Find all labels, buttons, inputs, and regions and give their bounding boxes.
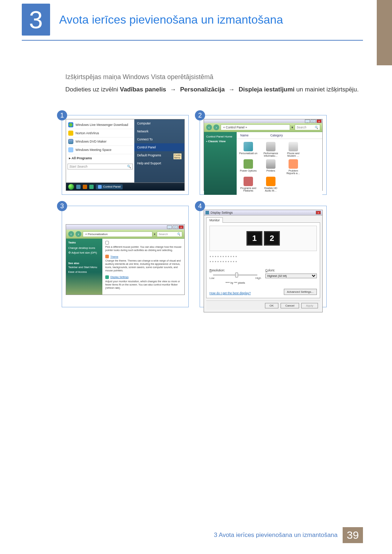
cancel-button[interactable]: Cancel [281, 303, 299, 308]
colors-label: Colors: [265, 268, 317, 272]
arrow-icon: → [168, 86, 179, 93]
maximize-button[interactable]: □ [311, 119, 316, 123]
ease-of-access-link[interactable]: Ease of Access [68, 270, 100, 274]
start-item-norton[interactable]: Norton AntiVirus [68, 129, 133, 138]
monitor-2[interactable]: 2 [264, 231, 280, 246]
start-item-label: Norton AntiVirus [75, 131, 99, 135]
colors-select[interactable]: Highest (32 bit) [265, 274, 317, 278]
advanced-settings-button[interactable]: Advanced Settings... [284, 289, 317, 295]
instruction-text: Dodieties uz izvēlni Vadības panelis → P… [65, 86, 363, 93]
explorer-nav-bar: ‹ › « Control Panel » ▾ Search 🔍 [204, 123, 322, 132]
maximize-button[interactable]: □ [173, 225, 178, 229]
side-tab [377, 0, 392, 65]
search-placeholder: Start Search [69, 165, 87, 168]
minimize-button[interactable]: _ [305, 119, 310, 123]
taskbar-quick-icon[interactable] [83, 185, 87, 189]
theme-link[interactable]: Theme [105, 255, 181, 258]
problem-icon [289, 159, 298, 169]
search-input[interactable]: Search 🔍 [295, 124, 320, 130]
best-display-link[interactable]: How do I get the best display? [209, 291, 251, 295]
tasks-heading: Tasks [68, 241, 100, 244]
control-panel-icon [98, 185, 102, 189]
back-button[interactable]: ‹ [206, 124, 212, 130]
taskbar-start-menu-link[interactable]: Taskbar and Start Menu [68, 265, 100, 270]
taskbar-control-panel-button[interactable]: Control Panel [96, 184, 123, 189]
breadcrumb[interactable]: « Personalization [83, 231, 152, 237]
step-badge-1: 1 [57, 110, 67, 120]
step-1-panel: 1 Windows Live Messenger Download Norton… [62, 115, 189, 195]
dialog-title: Display Settings [211, 211, 233, 214]
col-category[interactable]: Category [270, 134, 283, 137]
norton-icon [68, 131, 73, 136]
cp-personalization[interactable]: Personalizati on [239, 142, 258, 157]
forward-button[interactable]: › [213, 124, 219, 130]
step-4-panel: 4 Display Settings × Monitor 1 2 *******… [200, 206, 327, 307]
page-footer: 3 Avota ierīces pievienošana un izmantoš… [214, 527, 363, 543]
cp-programs-features[interactable]: Programs and Features [239, 177, 258, 192]
resolution-label: Resolution: [209, 268, 261, 272]
cp-phone-modem[interactable]: Phone and Modem … [284, 142, 303, 157]
back-button[interactable]: ‹ [68, 231, 74, 237]
performance-icon [266, 142, 275, 151]
cp-performance[interactable]: Performance Informatio… [261, 142, 280, 157]
monitor-1[interactable]: 1 [246, 231, 262, 246]
window-titlebar: _ □ × [204, 119, 322, 123]
change-desktop-icons-link[interactable]: Change desktop icons [68, 246, 100, 250]
cp-problem-reports[interactable]: Problem Reports a… [284, 159, 303, 175]
start-right-default-programs[interactable]: Default Programs Custoitems [134, 151, 184, 159]
section-subheading: Izšķirtspējas maiņa Windows Vista operēt… [65, 73, 363, 81]
cp-home-link[interactable]: Control Panel Home [206, 134, 234, 139]
search-placeholder: Search [159, 233, 168, 236]
page-number: 39 [343, 527, 363, 543]
start-item-dvdmaker[interactable]: Windows DVD Maker [68, 138, 133, 146]
breadcrumb[interactable]: « Control Panel » [221, 124, 290, 130]
start-right-network[interactable]: Network [134, 127, 184, 135]
minimize-button[interactable]: _ [167, 225, 172, 229]
start-orb-icon[interactable] [68, 184, 74, 190]
taskbar-quick-icon[interactable] [89, 185, 94, 189]
close-button[interactable]: × [317, 119, 322, 123]
search-placeholder: Search [297, 126, 306, 129]
cp-classic-view-link[interactable]: • Classic View [206, 139, 234, 144]
close-button[interactable]: × [179, 225, 184, 229]
taskbar-cp-label: Control Panel [103, 185, 121, 188]
window-titlebar: _ □ × [66, 225, 184, 230]
dialog-titlebar: Display Settings × [204, 210, 322, 216]
start-item-meeting[interactable]: Windows Meeting Space [68, 146, 133, 154]
meeting-icon [68, 147, 73, 152]
explorer-nav-bar: ‹ › « Personalization ▾ Search 🔍 [66, 230, 184, 239]
start-right-computer[interactable]: Computer [134, 119, 184, 127]
cp-power-options[interactable]: Power Options [239, 159, 258, 175]
instr-suffix: un mainiet izšķirtspēju. [296, 86, 359, 93]
cp-printers[interactable]: Printers [261, 159, 280, 175]
start-right-help[interactable]: Help and Support [134, 159, 184, 167]
monitor-tab[interactable]: Monitor [206, 217, 223, 223]
step-badge-2: 2 [195, 110, 205, 120]
col-name[interactable]: Name [240, 134, 249, 137]
start-right-connect[interactable]: Connect To [134, 135, 184, 143]
search-input[interactable]: Search 🔍 [157, 231, 182, 237]
adjust-font-size-link[interactable]: ⚙ Adjust font size (DPI) [68, 250, 100, 255]
close-button[interactable]: × [316, 211, 321, 214]
step-3-panel: 3 _ □ × ‹ › « Personalization ▾ Search [62, 206, 189, 307]
start-item-label: Windows Meeting Space [75, 148, 111, 152]
start-right-control-panel[interactable]: Control Panel [134, 143, 184, 151]
slider-low-label: Low [209, 276, 215, 280]
taskbar: Control Panel [66, 183, 185, 191]
cp-realtek-audio[interactable]: Realtek HD Audio M… [261, 177, 280, 192]
resolution-slider[interactable] [213, 274, 257, 276]
start-all-programs[interactable]: ▸ All Programs [68, 154, 133, 162]
apply-button[interactable]: Apply [301, 303, 318, 308]
step-badge-4: 4 [195, 201, 205, 211]
start-item-msn[interactable]: Windows Live Messenger Download [68, 121, 133, 129]
taskbar-quick-icon[interactable] [76, 185, 81, 189]
personalization-icon [244, 142, 253, 151]
display-settings-link[interactable]: Display Settings [105, 275, 181, 279]
arrow-icon: → [226, 86, 237, 93]
slider-thumb[interactable] [235, 272, 238, 278]
start-search-input[interactable]: Start Search 🔍 [68, 164, 133, 169]
chapter-title: Avota ierīces pievienošana un izmantošan… [59, 13, 363, 26]
ok-button[interactable]: OK [265, 303, 279, 308]
mouse-pointer-heading [105, 241, 181, 245]
forward-button[interactable]: › [75, 231, 81, 237]
